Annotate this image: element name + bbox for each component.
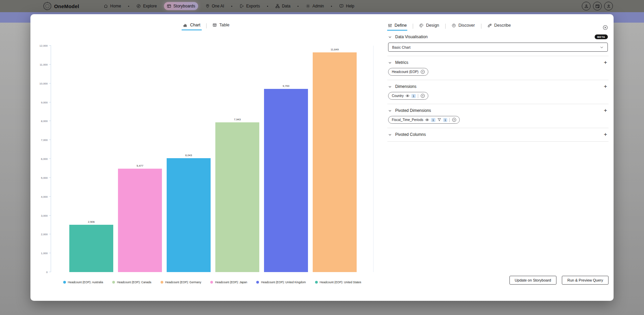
filter-count-badge: 1 — [443, 118, 448, 122]
update-on-storyboard-button[interactable]: Update on Storyboard — [509, 276, 557, 285]
chart-bar[interactable]: 9,700 — [264, 89, 308, 272]
section-title: Metrics — [395, 60, 408, 65]
tab-separator — [445, 24, 446, 29]
close-icon — [602, 25, 608, 30]
chevron-down-icon[interactable] — [388, 85, 392, 89]
chevron-down-icon[interactable] — [388, 35, 392, 39]
tab-discover[interactable]: Discover — [451, 22, 475, 30]
run-preview-query-button[interactable]: Run & Preview Query — [562, 276, 609, 285]
add-pivoted-dimension-button[interactable]: + — [603, 108, 608, 113]
chart-bar[interactable]: 2,506 — [69, 225, 113, 272]
legend-label: Headcount (EOP): United Kingdom — [261, 281, 306, 284]
modal-footer: Update on Storyboard Run & Preview Query — [509, 276, 609, 285]
legend-item[interactable]: Headcount (EOP): United States — [315, 281, 361, 284]
dimension-chip[interactable]: Country 1 — [388, 92, 428, 100]
remove-chip-icon[interactable] — [452, 117, 457, 122]
y-axis-tick-mark — [49, 140, 51, 140]
chart-pane: Chart Table 2,5065,4776,0437,9439,70011,… — [30, 14, 382, 301]
y-axis-tick-mark — [49, 64, 51, 65]
y-axis-tick-label: 6,000 — [41, 158, 48, 161]
legend-dot — [112, 281, 115, 284]
visualisation-selected-value: Basic Chart — [392, 45, 600, 49]
chevron-down-icon[interactable] — [388, 61, 392, 65]
eye-icon[interactable] — [405, 94, 410, 98]
add-pivoted-column-button[interactable]: + — [603, 132, 608, 137]
y-axis-tick-label: 12,000 — [40, 44, 48, 47]
chip-divider — [449, 118, 450, 122]
remove-chip-icon[interactable] — [420, 93, 425, 98]
bar-chart-plot: 2,5065,4776,0437,9439,70011,649 01,0002,… — [51, 46, 374, 272]
chevron-down-icon — [600, 45, 604, 49]
y-axis-tick-label: 5,000 — [41, 176, 48, 179]
tab-label: Chart — [190, 23, 200, 27]
add-dimension-button[interactable]: + — [603, 84, 608, 89]
bar-value-label: 7,943 — [234, 118, 241, 121]
legend-dot — [256, 281, 259, 284]
legend-item[interactable]: Headcount (EOP): Germany — [161, 281, 201, 284]
visualisation-select[interactable]: Basic Chart — [388, 43, 608, 52]
y-axis-tick-label: 9,000 — [41, 101, 48, 104]
y-axis-tick-mark — [49, 121, 51, 121]
legend-dot — [63, 281, 66, 284]
chart-bar[interactable]: 11,649 — [313, 52, 357, 272]
tab-label: Table — [219, 23, 230, 27]
tab-label: Discover — [458, 23, 475, 28]
section-title: Pivoted Columns — [395, 132, 426, 137]
section-metrics: Metrics + Headcount (EOP) — [387, 56, 609, 80]
y-axis-tick-mark — [49, 215, 51, 216]
legend-item[interactable]: Headcount (EOP): United Kingdom — [256, 281, 306, 284]
y-axis-tick-mark — [49, 102, 51, 102]
legend-item[interactable]: Headcount (EOP): Canada — [112, 281, 151, 284]
metric-chip[interactable]: Headcount (EOP) — [388, 68, 428, 76]
tab-separator — [206, 23, 207, 28]
view-tabs: Chart Table — [30, 21, 382, 30]
tab-chart[interactable]: Chart — [182, 21, 201, 30]
tab-describe[interactable]: Describe — [487, 22, 511, 30]
chart-legend: Headcount (EOP): AustraliaHeadcount (EOP… — [51, 281, 374, 284]
chart-bar[interactable]: 7,943 — [215, 122, 259, 272]
legend-label: Headcount (EOP): Germany — [165, 281, 201, 284]
y-axis-tick-label: 7,000 — [41, 139, 48, 142]
chart-bar[interactable]: 5,477 — [118, 169, 162, 272]
y-axis-tick-mark — [49, 196, 51, 197]
discover-icon — [452, 23, 456, 28]
tab-table[interactable]: Table — [212, 21, 230, 30]
close-modal-button[interactable] — [602, 24, 608, 30]
y-axis-tick-label: 2,000 — [41, 233, 48, 236]
chart-editor-modal: Chart Table 2,5065,4776,0437,9439,70011,… — [30, 14, 614, 301]
bar-value-label: 6,043 — [185, 154, 192, 157]
beta-badge: BETA — [595, 34, 608, 39]
palette-icon — [419, 23, 424, 28]
y-axis-tick-mark — [49, 159, 51, 159]
pivoted-dimension-chip[interactable]: Fiscal_Time_Periods 1 1 — [388, 116, 460, 124]
describe-icon — [487, 23, 492, 28]
section-pivoted-dimensions: Pivoted Dimensions + Fiscal_Time_Periods… — [387, 104, 609, 128]
add-metric-button[interactable]: + — [603, 60, 608, 65]
y-axis-tick-label: 10,000 — [40, 82, 48, 85]
legend-item[interactable]: Headcount (EOP): Japan — [210, 281, 247, 284]
y-axis-tick-mark — [49, 177, 51, 178]
chevron-down-icon[interactable] — [388, 109, 392, 113]
panel-tabs: Define Design Discover Describe — [387, 22, 609, 30]
eye-icon[interactable] — [425, 118, 429, 122]
legend-item[interactable]: Headcount (EOP): Australia — [63, 281, 103, 284]
filter-icon[interactable] — [437, 118, 442, 122]
bar-value-label: 9,700 — [283, 84, 289, 88]
tab-separator — [481, 24, 481, 29]
y-axis-tick-mark — [49, 272, 51, 272]
tab-define[interactable]: Define — [387, 22, 407, 30]
legend-label: Headcount (EOP): Japan — [215, 281, 247, 284]
tab-separator — [413, 24, 413, 29]
y-axis-tick-label: 3,000 — [41, 214, 48, 217]
remove-chip-icon[interactable] — [420, 69, 425, 74]
chevron-down-icon[interactable] — [388, 133, 392, 137]
section-title: Pivoted Dimensions — [395, 108, 431, 113]
y-axis-tick-label: 4,000 — [41, 195, 48, 198]
y-axis-tick-label: 11,000 — [40, 63, 48, 66]
tab-design[interactable]: Design — [419, 22, 439, 30]
section-title: Data Visualisation — [395, 34, 428, 39]
chart-bar[interactable]: 6,043 — [167, 158, 211, 272]
dimension-count-badge: 1 — [411, 94, 416, 98]
pivoted-dimension-count-badge: 1 — [431, 118, 435, 122]
bar-chart-icon — [183, 23, 188, 27]
